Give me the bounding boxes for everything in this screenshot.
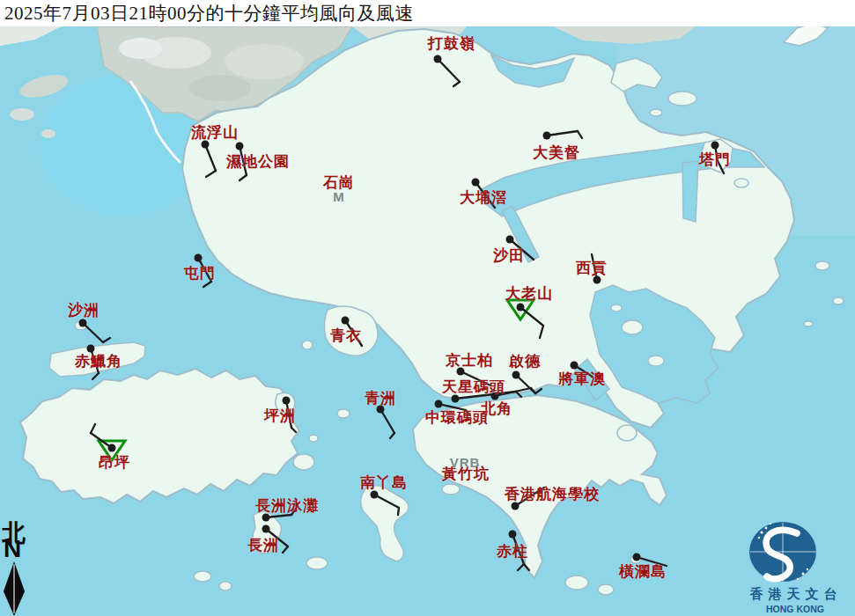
station-dot xyxy=(512,502,520,510)
station-dot xyxy=(262,525,270,533)
station-dot xyxy=(491,392,499,400)
title-bar: 2025年7月03日21時00分的十分鐘平均風向及風速 xyxy=(0,0,855,26)
station-dot xyxy=(195,254,203,262)
hko-logo-name-en: HONG KONG OBSERVATORY xyxy=(733,604,855,616)
wind-barb xyxy=(398,508,399,515)
station-dot xyxy=(517,304,525,312)
north-letter-label: N xyxy=(4,537,21,561)
station-dot xyxy=(108,444,116,452)
station-dot xyxy=(571,362,579,370)
station-dot xyxy=(509,531,517,539)
station-dot xyxy=(633,554,641,561)
station-dot xyxy=(452,395,460,403)
station-dot xyxy=(262,514,270,522)
station-dot xyxy=(371,491,379,499)
station-dot xyxy=(435,400,443,408)
hong-kong-map xyxy=(0,0,855,616)
station-dot xyxy=(512,371,520,379)
station-dot xyxy=(236,143,244,150)
hko-logo-icon xyxy=(749,522,816,582)
station-dot xyxy=(543,132,551,140)
page-title: 2025年7月03日21時00分的十分鐘平均風向及風速 xyxy=(0,1,414,26)
station-dot xyxy=(472,179,480,187)
station-dot xyxy=(434,55,442,63)
station-dot xyxy=(711,142,719,150)
station-dot xyxy=(506,236,514,244)
station-dot xyxy=(87,345,95,353)
station-dot xyxy=(342,317,350,325)
station-dot xyxy=(79,319,87,327)
station-dot xyxy=(457,368,465,376)
wind-map-screen: 2025年7月03日21時00分的十分鐘平均風向及風速 打鼓嶺流浮山濕地公園石崗… xyxy=(0,0,855,616)
station-dot xyxy=(283,397,291,405)
station-dot xyxy=(377,406,385,414)
ap-lei-chau xyxy=(442,484,460,495)
hko-logo-name-zh: 香港天文台 xyxy=(738,586,854,603)
station-dot xyxy=(593,276,601,284)
station-dot xyxy=(202,141,210,149)
